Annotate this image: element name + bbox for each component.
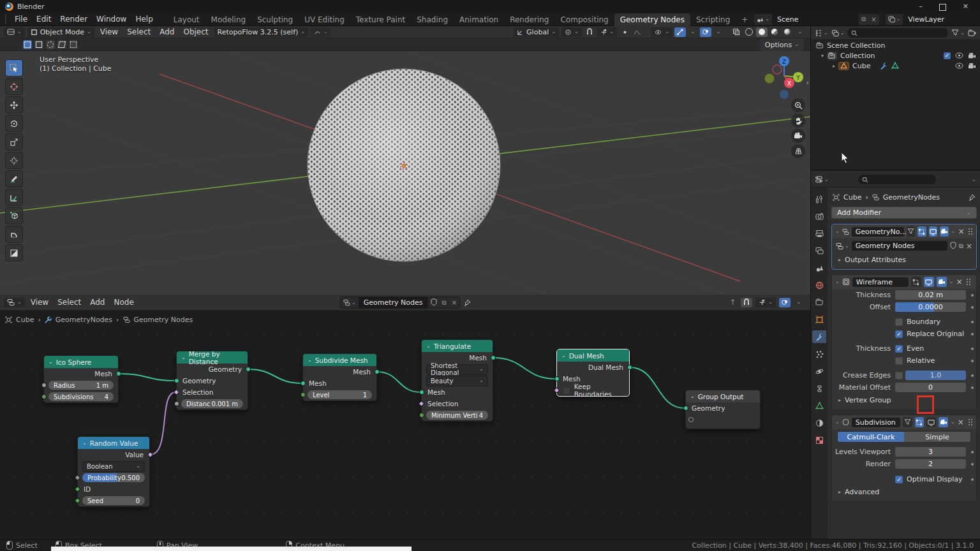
breadcrumb-modifier[interactable]: GeometryNodes (883, 193, 940, 202)
tab-scripting[interactable]: Scripting (690, 13, 736, 26)
on-cage-toggle[interactable] (917, 226, 926, 237)
gizmo-minus-x-axis[interactable] (773, 65, 782, 74)
crease-edges-checkbox[interactable] (895, 372, 903, 379)
tool-transform[interactable] (5, 152, 23, 169)
menu-edit[interactable]: Edit (32, 13, 56, 26)
animate-dot[interactable] (971, 294, 974, 297)
outliner-display-mode[interactable]: ⌄ (815, 29, 828, 37)
modifier-header[interactable]: ⌄ Subdivision ⌄ × (832, 415, 976, 429)
node-header[interactable]: ⌄ Dual Mesh (557, 349, 629, 362)
modifier-header[interactable]: ⌄ GeometryNo... ⌄ × (832, 224, 976, 239)
tab-material[interactable] (812, 416, 826, 429)
edit-mode-funnel-toggle[interactable] (903, 417, 912, 427)
relative-checkbox[interactable] (895, 357, 903, 365)
drag-handle[interactable] (968, 418, 973, 426)
animate-dot[interactable] (971, 321, 974, 323)
extras-dropdown-icon[interactable]: ⌄ (949, 279, 954, 284)
socket-geometry-input[interactable] (683, 406, 688, 411)
offset-slider[interactable]: 0.0000 (895, 302, 966, 312)
catmull-clark-button[interactable]: Catmull-Clark (838, 432, 904, 442)
socket-min-vertices-input[interactable] (419, 413, 424, 418)
collapse-chevron-icon[interactable]: ⌄ (561, 353, 566, 358)
on-cage-toggle[interactable] (911, 277, 921, 287)
menu-help[interactable]: Help (131, 13, 157, 26)
tab-object-data[interactable] (812, 399, 826, 412)
tool-annotate[interactable] (5, 170, 23, 187)
retopoflow-menu[interactable]: RetopoFlow 3.2.5 (self) ⌄ (214, 27, 308, 37)
ne-overlays-dropdown[interactable]: ⌄ (793, 298, 805, 307)
tab-collection[interactable] (812, 296, 826, 309)
tab-physics[interactable] (812, 365, 826, 378)
ne-menu-view[interactable]: View (26, 295, 53, 310)
tab-layout[interactable]: Layout (168, 13, 205, 26)
ngon-method-dropdown[interactable]: Beauty ⌄ (426, 376, 488, 386)
xray-toggle[interactable] (731, 27, 742, 37)
tab-particles[interactable] (812, 348, 826, 360)
transform-orientation-selector[interactable]: Global ⌄ (514, 27, 559, 37)
remove-modifier-button[interactable]: × (958, 418, 964, 427)
socket-virtual-input[interactable] (688, 417, 694, 422)
node-header[interactable]: ⌄ Ico Sphere (44, 356, 118, 368)
geometry-nodes-icon[interactable] (891, 62, 899, 70)
render-toggle[interactable] (937, 277, 947, 287)
ne-overlays-toggle[interactable] (779, 298, 791, 307)
animate-dot[interactable] (971, 348, 974, 350)
properties-search[interactable] (858, 175, 936, 184)
node-header[interactable]: ⌄ Group Output (686, 390, 760, 402)
shading-wireframe-button[interactable] (743, 27, 755, 37)
render-visibility-camera-icon[interactable] (968, 62, 976, 70)
shading-dropdown[interactable]: ⌄ (794, 27, 806, 37)
vertex-group-section[interactable]: ▸ Vertex Group (832, 393, 976, 406)
sidebar-collapse-arrow[interactable]: ‹ (806, 78, 809, 87)
tab-geometry-nodes[interactable]: Geometry Nodes (614, 13, 690, 26)
keep-boundaries-checkbox[interactable] (563, 386, 570, 395)
tab-uv-editing[interactable]: UV Editing (299, 13, 350, 26)
data-type-dropdown[interactable]: Boolean ⌄ (82, 461, 145, 472)
tab-tool[interactable] (812, 193, 826, 205)
socket-subdivisions-input[interactable] (41, 394, 47, 399)
collapse-chevron-icon[interactable]: ⌄ (835, 229, 840, 234)
menu-file[interactable]: File (10, 13, 32, 26)
tab-constraints[interactable] (812, 382, 826, 395)
shading-rendered-button[interactable] (782, 27, 793, 37)
tool-select-box[interactable] (5, 59, 23, 77)
node-triangulate[interactable]: ⌄ Triangulate Mesh Shortest Diagonal ⌄ B… (421, 339, 493, 422)
tab-modeling[interactable]: Modeling (205, 13, 252, 26)
socket-level-input[interactable] (301, 392, 306, 397)
viewlayer-name[interactable]: ViewLayer (903, 14, 980, 25)
even-checkbox[interactable]: ✓ (895, 345, 903, 353)
overlays-dropdown[interactable]: ⌄ (713, 27, 724, 37)
tab-shading[interactable]: Shading (411, 13, 454, 26)
render-visibility-camera-icon[interactable] (968, 52, 976, 59)
fake-user-shield-icon[interactable] (428, 298, 440, 307)
ne-snap-settings-dropdown[interactable]: ⌄ (755, 298, 776, 307)
snap-toggle[interactable] (584, 27, 595, 37)
distance-field[interactable]: Distanc 0.001 m (181, 399, 243, 408)
ne-editor-type-button[interactable]: ⌄ (4, 298, 25, 307)
collapse-chevron-icon[interactable]: ⌄ (426, 344, 431, 349)
tool-cursor[interactable] (5, 78, 23, 95)
tool-measure[interactable] (5, 189, 23, 206)
animate-dot[interactable] (971, 306, 974, 309)
animate-dot[interactable] (971, 478, 974, 481)
modifier-name[interactable]: Wireframe (852, 277, 909, 287)
quad-method-dropdown[interactable]: Shortest Diagonal ⌄ (426, 364, 488, 375)
copy-node-tree-icon[interactable]: ⧉ (440, 299, 449, 307)
animate-dot[interactable] (971, 333, 974, 335)
modifier-name[interactable]: GeometryNo... (852, 227, 904, 237)
gizmo-minus-y-axis[interactable] (765, 74, 775, 84)
tab-sculpting[interactable]: Sculpting (251, 13, 299, 26)
ne-menu-add[interactable]: Add (85, 295, 109, 310)
options-button[interactable]: Options ⌄ (760, 38, 804, 51)
node-merge-by-distance[interactable]: ⌄ Merge by Distance Geometry Geometry Se… (176, 351, 248, 410)
geometry-node-editor[interactable]: ⌄ View Select Add Node ⌄ Geometry Nodes … (0, 295, 810, 539)
pan-button[interactable] (791, 114, 805, 128)
socket-geometry-input[interactable] (174, 378, 179, 383)
outliner-filter-button[interactable]: ⌄ (951, 29, 965, 36)
node-tree-name[interactable]: Geometry Nodes (359, 297, 428, 308)
outliner-row-cube[interactable]: ▸ Cube (811, 61, 980, 71)
tool-scale[interactable] (5, 133, 23, 151)
outliner[interactable]: ⌄ ⌄ ⌄ Scene Collection (811, 26, 980, 171)
select-mode-tweak[interactable] (23, 40, 32, 49)
socket-distance-input[interactable] (174, 401, 179, 406)
